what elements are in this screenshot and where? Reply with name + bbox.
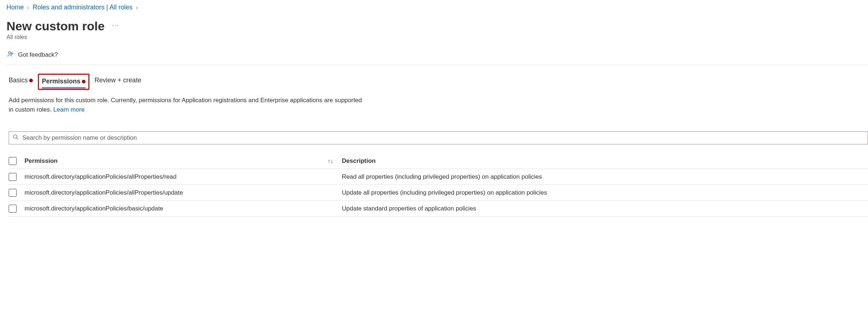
- tab-basics[interactable]: Basics: [9, 77, 33, 87]
- svg-point-1: [13, 135, 17, 138]
- chevron-right-icon: ›: [136, 5, 138, 10]
- tab-permissions-highlight: Permissions: [38, 74, 89, 90]
- table-header: Permission ↑↓ Description: [9, 153, 868, 169]
- row-checkbox[interactable]: [9, 205, 17, 213]
- permissions-table: Permission ↑↓ Description microsoft.dire…: [9, 153, 868, 217]
- permission-cell: microsoft.directory/applicationPolicies/…: [25, 189, 342, 196]
- column-header-description[interactable]: Description: [342, 157, 376, 164]
- page-title: New custom role: [6, 19, 105, 33]
- permission-cell: microsoft.directory/applicationPolicies/…: [25, 205, 342, 212]
- feedback-icon: [7, 51, 14, 59]
- feedback-label: Got feedback?: [18, 51, 58, 58]
- row-checkbox[interactable]: [9, 189, 17, 197]
- description-cell: Read all properties (including privilege…: [342, 173, 868, 181]
- more-actions-button[interactable]: ···: [112, 22, 119, 31]
- svg-point-0: [9, 52, 11, 54]
- permission-cell: microsoft.directory/applicationPolicies/…: [25, 173, 342, 181]
- table-row: microsoft.directory/applicationPolicies/…: [9, 169, 868, 185]
- feedback-link[interactable]: Got feedback?: [6, 47, 868, 65]
- select-all-checkbox[interactable]: [9, 157, 17, 165]
- breadcrumb-home[interactable]: Home: [6, 4, 24, 11]
- table-row: microsoft.directory/applicationPolicies/…: [9, 185, 868, 201]
- error-dot-icon: [82, 80, 85, 83]
- sort-icon[interactable]: ↑↓: [328, 158, 342, 164]
- row-checkbox[interactable]: [9, 173, 17, 181]
- svg-line-2: [17, 138, 18, 139]
- search-icon: [13, 134, 19, 142]
- tab-permissions-label: Permissions: [42, 78, 80, 85]
- tab-review-label: Review + create: [94, 77, 141, 84]
- tab-review-create[interactable]: Review + create: [94, 77, 141, 87]
- tabs: Basics Permissions Review + create: [6, 65, 868, 87]
- description-line2: in custom roles.: [9, 106, 53, 113]
- column-header-permission[interactable]: Permission: [25, 157, 58, 165]
- chevron-right-icon: ›: [27, 5, 29, 10]
- table-row: microsoft.directory/applicationPolicies/…: [9, 201, 868, 217]
- search-box[interactable]: [9, 131, 868, 144]
- page-subtitle: All roles: [6, 33, 868, 47]
- error-dot-icon: [29, 79, 33, 82]
- description-cell: Update all properties (including privile…: [342, 189, 868, 196]
- search-input[interactable]: [22, 134, 864, 142]
- tab-permissions[interactable]: Permissions: [42, 78, 85, 85]
- description-cell: Update standard properties of applicatio…: [342, 205, 868, 212]
- description-line1: Add permissions for this custom role. Cu…: [9, 97, 362, 104]
- page-title-row: New custom role ···: [6, 16, 868, 33]
- learn-more-link[interactable]: Learn more: [53, 106, 85, 113]
- breadcrumb-roles[interactable]: Roles and administrators | All roles: [33, 4, 133, 11]
- tab-basics-label: Basics: [9, 77, 28, 84]
- tab-description: Add permissions for this custom role. Cu…: [6, 87, 439, 114]
- breadcrumb: Home › Roles and administrators | All ro…: [6, 0, 868, 16]
